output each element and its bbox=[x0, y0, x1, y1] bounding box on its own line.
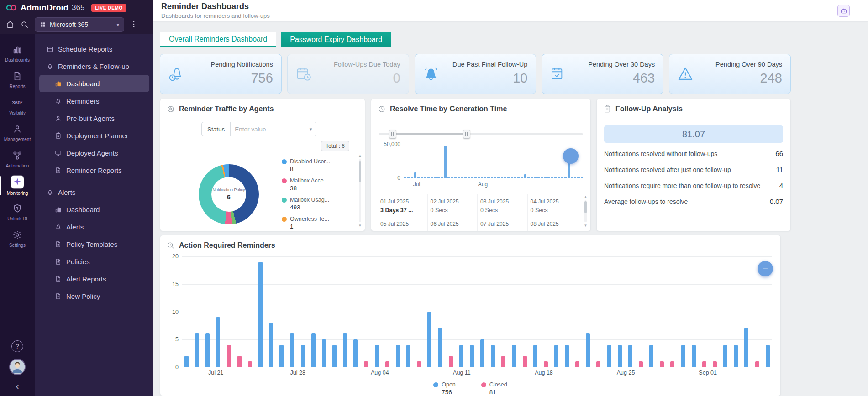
menu-item-dashboard[interactable]: Dashboard bbox=[39, 201, 149, 218]
collapse-chart-button[interactable]: − bbox=[563, 148, 579, 164]
home-icon[interactable] bbox=[5, 20, 15, 29]
rail-item-monitoring[interactable]: Monitoring bbox=[0, 172, 35, 199]
rail-item-settings[interactable]: Settings bbox=[0, 225, 35, 252]
resolve-bar bbox=[451, 177, 453, 178]
stat-card-due-past-final-follow-up[interactable]: Due Past Final Follow-Up10 bbox=[415, 54, 537, 94]
followup-row: Notifications require more than one foll… bbox=[597, 177, 790, 193]
rail-item-label: Settings bbox=[9, 243, 26, 248]
followup-value: 11 bbox=[776, 166, 783, 173]
chart-legend-item[interactable]: Closed81 bbox=[481, 381, 507, 396]
menu-item-reminder-reports[interactable]: Reminder Reports bbox=[39, 162, 149, 179]
calendar-check-icon bbox=[549, 65, 567, 84]
stat-card-pending-over-30-days[interactable]: Pending Over 30 Days463 bbox=[542, 54, 663, 94]
legend-item-top: Mailbox Usag... bbox=[282, 197, 342, 203]
rail-item-management[interactable]: Management bbox=[0, 120, 35, 146]
legend-item-top: Mailbox Acce... bbox=[282, 177, 342, 184]
slider-handle-right[interactable] bbox=[463, 130, 470, 139]
status-filter-select[interactable]: Enter value ▾ bbox=[230, 122, 316, 136]
rail-item-reports[interactable]: Reports bbox=[0, 67, 35, 93]
resolve-bar bbox=[484, 177, 486, 178]
resolve-date: 08 Jul 2025 bbox=[531, 221, 575, 227]
menu-item-schedule-reports[interactable]: Schedule Reports bbox=[39, 40, 149, 57]
collapse-sidebar-icon[interactable]: ‹ bbox=[16, 381, 19, 391]
action-bar bbox=[311, 333, 316, 367]
status-filter: Status Enter value ▾ bbox=[201, 122, 316, 136]
menu-item-reminders-follow-up[interactable]: Reminders & Follow-up bbox=[39, 57, 149, 75]
resolve-bar bbox=[461, 177, 463, 178]
scrollbar-track[interactable] bbox=[584, 200, 587, 222]
tenant-selector[interactable]: Microsoft 365 ▾ bbox=[35, 17, 124, 32]
menu-item-dashboard[interactable]: Dashboard bbox=[39, 75, 149, 92]
scrollbar-thumb[interactable] bbox=[359, 161, 361, 182]
resolve-cell: 07 Jul 2025 bbox=[478, 217, 528, 231]
menu-item-policies[interactable]: Policies bbox=[39, 253, 149, 270]
search-icon[interactable] bbox=[20, 20, 29, 29]
menu-item-alert-reports[interactable]: Alert Reports bbox=[39, 270, 149, 287]
rail-item-unlock-di[interactable]: Unlock DI bbox=[0, 199, 35, 225]
scroll-up-icon[interactable]: ▲ bbox=[584, 195, 588, 199]
tenant-name: Microsoft 365 bbox=[50, 21, 88, 28]
notification-donut-chart[interactable]: Notification Policy 6 bbox=[199, 164, 259, 224]
menu-item-deployment-planner[interactable]: Deployment Planner bbox=[39, 127, 149, 144]
x-tick-label: Jul bbox=[413, 181, 420, 188]
menu-item-alerts[interactable]: Alerts bbox=[39, 218, 149, 235]
status-filter-placeholder: Enter value bbox=[235, 126, 266, 133]
rail-item-visibility[interactable]: 360°Visibility bbox=[0, 93, 35, 120]
kebab-menu-icon[interactable] bbox=[130, 20, 139, 29]
menu-item-deployed-agents[interactable]: Deployed Agents bbox=[39, 144, 149, 162]
legend-item-top: Disabled User... bbox=[282, 158, 342, 165]
resolve-date: 04 Jul 2025 bbox=[531, 198, 575, 205]
action-bar bbox=[438, 328, 442, 367]
time-range-slider bbox=[379, 129, 583, 139]
chart-legend-item[interactable]: Open756 bbox=[433, 381, 456, 396]
tab-overall-reminders-dashboard[interactable]: Overall Reminders Dashboard bbox=[160, 32, 276, 47]
stat-card-pending-notifications[interactable]: Pending Notifications756 bbox=[160, 54, 282, 94]
assistant-button[interactable] bbox=[837, 5, 850, 17]
resolve-bar bbox=[487, 177, 489, 178]
y-tick-label: 10 bbox=[172, 309, 179, 315]
scroll-up-icon[interactable]: ▲ bbox=[358, 154, 362, 158]
legend-value: 81 bbox=[489, 389, 507, 396]
doc-icon bbox=[55, 276, 62, 282]
nav-rail: DashboardsReports360°VisibilityManagemen… bbox=[0, 34, 35, 396]
action-bar bbox=[575, 361, 579, 367]
resolve-date: 05 Jul 2025 bbox=[380, 221, 425, 227]
x-tick-label: Jul 28 bbox=[290, 370, 305, 376]
resolve-bar bbox=[431, 177, 433, 178]
action-bar bbox=[692, 345, 696, 367]
tab-password-expiry-dashboard[interactable]: Password Expiry Dashboard bbox=[281, 32, 391, 47]
stat-card-pending-over-90-days[interactable]: Pending Over 90 Days248 bbox=[669, 54, 791, 94]
followup-rows: Notifications resolved without follow-up… bbox=[597, 146, 790, 209]
menu-item-alerts[interactable]: Alerts bbox=[39, 183, 149, 201]
resolve-bar bbox=[574, 177, 576, 178]
menu-item-pre-built-agents[interactable]: Pre-built Agents bbox=[39, 109, 149, 127]
slider-handle-left[interactable] bbox=[389, 130, 396, 139]
action-bar bbox=[332, 345, 337, 367]
avatar[interactable] bbox=[9, 359, 26, 375]
legend-scrollbar[interactable]: ▲ ▼ bbox=[357, 154, 363, 228]
scroll-down-icon[interactable]: ▼ bbox=[358, 224, 362, 228]
action-bar bbox=[353, 339, 358, 367]
rail-item-automation[interactable]: Automation bbox=[0, 146, 35, 172]
scrollbar-thumb[interactable] bbox=[584, 201, 587, 213]
rail-item-label: Visibility bbox=[9, 110, 26, 115]
resolve-bar bbox=[468, 177, 470, 178]
scroll-down-icon[interactable]: ▼ bbox=[584, 224, 588, 228]
y-tick-label: 15 bbox=[172, 281, 179, 287]
legend-label: Closed bbox=[489, 381, 507, 388]
resolve-bar bbox=[407, 177, 410, 178]
menu-item-label: Policy Templates bbox=[66, 240, 117, 248]
menu-item-reminders[interactable]: Reminders bbox=[39, 92, 149, 109]
rail-item-dashboards[interactable]: Dashboards bbox=[0, 40, 35, 67]
x-tick-label: Aug 25 bbox=[617, 370, 635, 376]
menu-item-policy-templates[interactable]: Policy Templates bbox=[39, 235, 149, 253]
table-scrollbar[interactable]: ▲ ▼ bbox=[583, 195, 589, 228]
menu-item-new-policy[interactable]: New Policy bbox=[39, 287, 149, 305]
scrollbar-track[interactable] bbox=[359, 159, 361, 222]
resolve-bar bbox=[464, 177, 466, 178]
sparkle-icon bbox=[11, 176, 24, 188]
help-button[interactable]: ? bbox=[11, 340, 23, 352]
resolve-bar bbox=[421, 177, 423, 178]
stat-card-follow-ups-due-today[interactable]: Follow-Ups Due Today0 bbox=[287, 54, 409, 94]
collapse-chart-button[interactable]: − bbox=[758, 261, 773, 276]
